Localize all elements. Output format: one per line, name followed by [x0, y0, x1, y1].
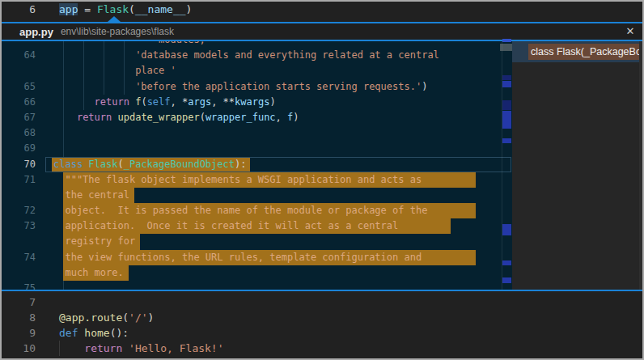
code-line[interactable]: 6app = Flask(__name__)	[0, 2, 644, 17]
line-number: 67	[0, 110, 36, 125]
line-number: 75	[0, 281, 36, 290]
peek-results-panel: class Flask(_PackageBo..	[512, 41, 644, 290]
code-line[interactable]: 8@app.route('/')	[0, 310, 644, 325]
code-line[interactable]: modules, '	[0, 41, 512, 48]
line-number: 72	[0, 203, 36, 218]
code-line[interactable]: 75	[0, 281, 512, 290]
line-number: 73	[0, 218, 36, 234]
code-text: 'database models and everything related …	[53, 48, 445, 63]
code-text: object. It is passed the name of the mod…	[53, 203, 427, 218]
code-line[interactable]: 65 'before the application starts servin…	[0, 79, 512, 95]
vscode-editor: 6app = Flask(__name__) app.py env\lib\si…	[0, 0, 644, 360]
line-number: 71	[0, 172, 36, 188]
code-line[interactable]: 71 """The flask object implements a WSGI…	[0, 172, 512, 188]
code-text: the central	[53, 188, 129, 203]
ruler-mark	[502, 111, 511, 129]
code-text: def home():	[59, 325, 129, 341]
code-text: return update_wrapper(wrapper_func, f)	[53, 110, 299, 125]
ruler-mark	[502, 260, 511, 265]
code-line[interactable]: much more.	[0, 265, 512, 281]
line-number: 10	[0, 341, 36, 356]
indent-guide	[63, 141, 64, 156]
editor-top-strip: 6app = Flask(__name__)	[0, 0, 644, 22]
ruler-mark	[502, 277, 511, 283]
code-text: the view functions, the URL rules, templ…	[53, 250, 422, 265]
code-line[interactable]: 67 return update_wrapper(wrapper_func, f…	[0, 110, 512, 125]
editor-top-code: 6app = Flask(__name__)	[0, 2, 644, 17]
code-line[interactable]: 66 return f(self, *args, **kwargs)	[0, 95, 512, 110]
code-line[interactable]: 70class Flask(_PackageBoundObject):	[0, 157, 512, 172]
code-text: return f(self, *args, **kwargs)	[53, 95, 276, 110]
peek-arrow-icon	[108, 16, 121, 22]
indent-guide	[63, 281, 64, 290]
line-number: 74	[0, 250, 36, 265]
code-text: 'before the application starts serving r…	[53, 79, 427, 95]
line-number: 70	[0, 157, 36, 172]
peek-code-rows: modules, '64 'database models and everyt…	[0, 41, 512, 290]
line-number: 8	[0, 310, 36, 325]
line-number: 66	[0, 95, 36, 110]
peek-header: app.py env\lib\site-packages\flask ✕	[0, 23, 644, 40]
ruler-mark	[502, 138, 511, 143]
code-line[interactable]: registry for	[0, 234, 512, 249]
code-line[interactable]: 64 'database models and everything relat…	[0, 48, 512, 63]
peek-result-label: class Flask(_PackageBo..	[528, 44, 644, 60]
code-line[interactable]: 68	[0, 125, 512, 141]
ruler-mark	[502, 224, 511, 235]
ruler-mark	[502, 81, 511, 87]
code-line[interactable]: the central	[0, 188, 512, 203]
line-number: 7	[0, 294, 36, 310]
ruler-mark	[502, 100, 511, 110]
code-line[interactable]: 10 return 'Hello, Flask!'	[0, 341, 644, 356]
peek-file-path: env\lib\site-packages\flask	[61, 26, 174, 37]
code-text: """The flask object implements a WSGI ap…	[53, 172, 422, 188]
editor-bottom-strip: 78@app.route('/')9def home():10 return '…	[0, 291, 644, 360]
code-line[interactable]: 7	[0, 294, 644, 310]
code-text: app = Flask(__name__)	[59, 2, 192, 17]
code-line[interactable]: 73 application. Once it is created it wi…	[0, 218, 512, 234]
code-line[interactable]: 74 the view functions, the URL rules, te…	[0, 250, 512, 265]
line-number: 64	[0, 48, 36, 63]
code-text: registry for	[53, 234, 135, 249]
code-text: @app.route('/')	[59, 310, 154, 325]
ruler-mark	[502, 75, 511, 80]
code-line[interactable]: 72 object. It is passed the name of the …	[0, 203, 512, 218]
code-line[interactable]: 69	[0, 141, 512, 156]
peek-result-item[interactable]: class Flask(_PackageBo..	[512, 41, 644, 62]
code-text: place '	[53, 63, 176, 78]
code-line[interactable]: 9def home():	[0, 325, 644, 341]
line-number: 9	[0, 325, 36, 341]
line-number: 65	[0, 79, 36, 95]
code-text: class Flask(_PackageBoundObject):	[53, 157, 246, 172]
code-text: application. Once it is created it will …	[53, 218, 398, 234]
peek-code-editor[interactable]: modules, '64 'database models and everyt…	[0, 41, 512, 290]
peek-title: app.py	[19, 26, 53, 38]
scrollbar-slider[interactable]	[500, 44, 512, 51]
line-number: 69	[0, 141, 36, 156]
code-text: modules, '	[53, 41, 217, 48]
code-line[interactable]: place '	[0, 63, 512, 78]
code-text: return 'Hello, Flask!'	[59, 341, 224, 356]
close-icon[interactable]: ✕	[623, 24, 638, 39]
code-text: much more.	[53, 265, 124, 281]
ruler-mark	[502, 39, 511, 42]
results-scrollbar[interactable]	[639, 41, 642, 290]
indent-guide	[63, 125, 64, 141]
line-number: 68	[0, 125, 36, 141]
editor-bottom-code: 78@app.route('/')9def home():10 return '…	[0, 294, 644, 356]
line-number: 6	[0, 2, 36, 17]
